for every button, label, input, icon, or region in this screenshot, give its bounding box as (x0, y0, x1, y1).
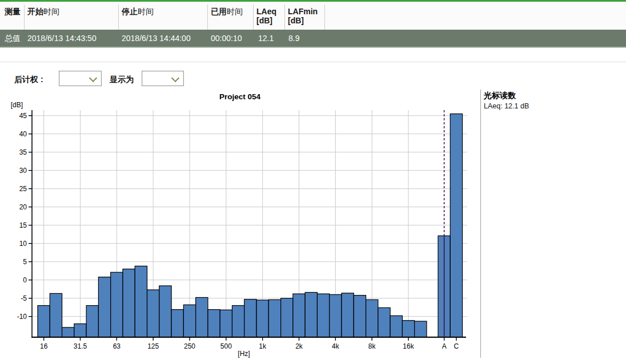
bar-125[interactable] (147, 290, 159, 337)
header-laeq-name: LAeq (256, 7, 276, 16)
header-stop-time: 停止时间 (122, 7, 154, 17)
column-divider (24, 5, 25, 30)
x-tick-label-63: 63 (113, 342, 121, 350)
x-tick-label-8k: 8k (368, 342, 376, 350)
header-lafmin: LAFmin[dB] (288, 7, 318, 25)
bar-250[interactable] (183, 305, 195, 337)
chevron-down-icon (171, 74, 179, 82)
x-tick-label-2k: 2k (295, 342, 303, 350)
bar-12.5k[interactable] (390, 316, 402, 337)
bar-630[interactable] (232, 306, 244, 338)
x-tick-label-A: A (442, 342, 447, 350)
x-tick-label-16k: 16k (403, 342, 414, 350)
header-start-strong: 开始 (27, 7, 43, 16)
column-divider (118, 5, 119, 30)
bar-800[interactable] (244, 300, 256, 337)
y-tick-label-45: 45 (19, 112, 27, 120)
bar-3.15k[interactable] (317, 294, 329, 337)
bar-315[interactable] (196, 297, 208, 337)
bar-6.3k[interactable] (354, 296, 366, 337)
bar-C[interactable] (450, 114, 462, 338)
x-tick-label-250: 250 (184, 342, 195, 350)
header-start-time: 开始时间 (27, 7, 59, 17)
column-divider (253, 5, 254, 30)
row-start-time: 2018/6/13 14:43:50 (27, 30, 97, 47)
display-as-select[interactable] (142, 71, 184, 86)
bar-40[interactable] (86, 306, 98, 338)
x-tick-label-16: 16 (40, 342, 48, 350)
cursor-readout-title: 光标读数 (484, 91, 516, 101)
y-axis-unit-label: [dB] (11, 101, 23, 109)
bar-16k[interactable] (402, 321, 414, 337)
y-tick-label--10: -10 (17, 313, 27, 321)
header-stop-rest: 时间 (138, 7, 154, 16)
bar-100[interactable] (135, 266, 147, 337)
bar-1.6k[interactable] (281, 298, 293, 337)
bar-16[interactable] (38, 306, 50, 338)
column-divider (284, 5, 285, 30)
column-divider (207, 5, 208, 30)
header-stop-strong: 停止 (122, 7, 138, 16)
display-as-label: 显示为 (110, 75, 134, 85)
bar-1k[interactable] (256, 300, 268, 337)
x-tick-label-1k: 1k (259, 342, 267, 350)
column-divider (324, 5, 325, 30)
results-table-row[interactable]: 总值 2018/6/13 14:43:50 2018/6/13 14:44:00… (0, 30, 626, 48)
bar-10k[interactable] (378, 308, 390, 337)
y-tick-label-15: 15 (19, 221, 27, 229)
y-tick-label-10: 10 (19, 240, 27, 248)
bar-1.25k[interactable] (268, 300, 280, 337)
row-stop-time: 2018/6/13 14:44:00 (122, 30, 191, 47)
header-elapsed-time: 已用时间 (211, 7, 243, 17)
bar-2k[interactable] (293, 294, 305, 337)
y-tick-label-40: 40 (19, 130, 27, 138)
bar-160[interactable] (159, 286, 171, 337)
header-elapsed-strong: 已用 (211, 7, 227, 16)
panel-divider (480, 90, 481, 358)
cursor-readout-value: LAeq: 12.1 dB (484, 102, 529, 110)
y-tick-label-25: 25 (19, 185, 27, 193)
y-tick-label--5: -5 (21, 294, 27, 302)
app-window: 测量 开始时间 停止时间 已用时间 LAeq[dB] LAFmin[dB] 总值… (0, 0, 626, 364)
bar-20[interactable] (50, 293, 62, 337)
bar-2.5k[interactable] (305, 292, 317, 337)
bar-500[interactable] (220, 310, 232, 337)
bar-25[interactable] (62, 327, 74, 337)
bar-50[interactable] (98, 277, 110, 337)
y-tick-label-0: 0 (23, 276, 27, 284)
section-divider (0, 62, 626, 62)
x-tick-label-C: C (454, 342, 459, 350)
y-tick-label-35: 35 (19, 148, 27, 156)
post-weighting-label: 后计权 : (14, 75, 43, 85)
x-tick-label-125: 125 (147, 342, 159, 350)
header-lafmin-name: LAFmin (288, 7, 318, 16)
header-laeq-unit: [dB] (256, 16, 276, 25)
results-table-header: 测量 开始时间 停止时间 已用时间 LAeq[dB] LAFmin[dB] (0, 2, 626, 30)
bar-63[interactable] (111, 272, 123, 337)
bar-200[interactable] (171, 310, 183, 337)
bar-4k[interactable] (330, 294, 342, 337)
header-laeq: LAeq[dB] (256, 7, 276, 25)
x-axis-unit-label: [Hz] (238, 350, 250, 358)
spectrum-chart[interactable]: Project 054 [dB] [Hz] 454035302520151050… (0, 86, 480, 364)
bar-5k[interactable] (342, 293, 354, 337)
y-tick-label-30: 30 (19, 167, 27, 175)
header-measurement: 测量 (5, 7, 21, 17)
x-tick-label-4k: 4k (332, 342, 340, 350)
bar-20k[interactable] (415, 321, 427, 337)
row-laeq: 12.1 (258, 30, 274, 47)
header-start-rest: 时间 (43, 7, 59, 16)
bar-80[interactable] (123, 269, 135, 338)
chevron-down-icon (89, 74, 97, 82)
bar-400[interactable] (208, 310, 220, 337)
row-elapsed: 00:00:10 (211, 30, 242, 47)
chart-title: Project 054 (219, 92, 261, 101)
bar-31.5[interactable] (74, 324, 86, 338)
y-tick-label-5: 5 (23, 258, 27, 266)
header-elapsed-rest: 时间 (227, 7, 243, 16)
x-tick-label-31.5: 31.5 (74, 342, 87, 350)
row-lafmin: 8.9 (288, 30, 299, 47)
header-lafmin-unit: [dB] (288, 16, 318, 25)
bar-8k[interactable] (366, 300, 378, 337)
post-weighting-select[interactable] (59, 71, 102, 86)
